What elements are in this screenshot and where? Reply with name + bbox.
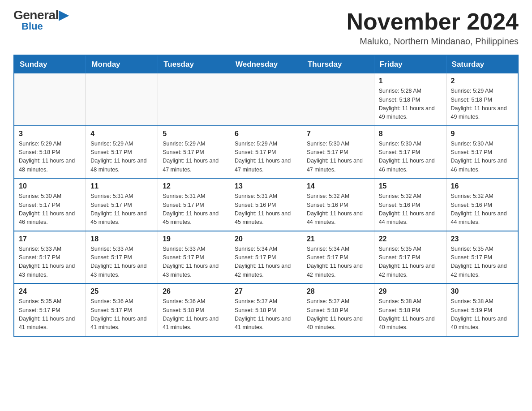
calendar-cell: 15Sunrise: 5:32 AMSunset: 5:16 PMDayligh… — [374, 178, 446, 231]
calendar-cell: 8Sunrise: 5:30 AMSunset: 5:17 PMDaylight… — [374, 126, 446, 179]
day-info: Sunrise: 5:35 AMSunset: 5:17 PMDaylight:… — [451, 245, 513, 280]
day-number: 22 — [379, 235, 442, 243]
day-info: Sunrise: 5:33 AMSunset: 5:17 PMDaylight:… — [90, 245, 153, 280]
calendar-cell: 2Sunrise: 5:29 AMSunset: 5:18 PMDaylight… — [446, 73, 518, 126]
calendar-cell: 3Sunrise: 5:29 AMSunset: 5:18 PMDaylight… — [14, 126, 86, 179]
day-number: 21 — [307, 235, 369, 243]
calendar-cell: 21Sunrise: 5:34 AMSunset: 5:17 PMDayligh… — [302, 231, 374, 284]
day-number: 23 — [451, 235, 513, 243]
day-info: Sunrise: 5:37 AMSunset: 5:18 PMDaylight:… — [307, 297, 369, 332]
day-number: 4 — [90, 130, 153, 138]
header-tuesday: Tuesday — [158, 55, 230, 73]
calendar-cell: 29Sunrise: 5:38 AMSunset: 5:18 PMDayligh… — [374, 283, 446, 336]
day-number: 6 — [235, 130, 297, 138]
day-number: 8 — [379, 130, 442, 138]
day-info: Sunrise: 5:28 AMSunset: 5:18 PMDaylight:… — [379, 87, 442, 122]
header-sunday: Sunday — [14, 55, 86, 73]
calendar-cell: 24Sunrise: 5:35 AMSunset: 5:17 PMDayligh… — [14, 283, 86, 336]
logo-general-text: General▶ — [13, 9, 68, 21]
calendar-cell — [86, 73, 158, 126]
day-number: 28 — [307, 287, 369, 295]
day-number: 11 — [90, 182, 153, 190]
calendar-cell: 10Sunrise: 5:30 AMSunset: 5:17 PMDayligh… — [14, 178, 86, 231]
day-info: Sunrise: 5:30 AMSunset: 5:17 PMDaylight:… — [307, 140, 369, 175]
calendar-week-2: 3Sunrise: 5:29 AMSunset: 5:18 PMDaylight… — [14, 126, 518, 179]
calendar-cell: 19Sunrise: 5:33 AMSunset: 5:17 PMDayligh… — [158, 231, 230, 284]
calendar-cell: 5Sunrise: 5:29 AMSunset: 5:17 PMDaylight… — [158, 126, 230, 179]
day-number: 18 — [90, 235, 153, 243]
day-info: Sunrise: 5:29 AMSunset: 5:17 PMDaylight:… — [163, 140, 225, 175]
day-info: Sunrise: 5:31 AMSunset: 5:17 PMDaylight:… — [163, 192, 225, 227]
calendar-cell: 17Sunrise: 5:33 AMSunset: 5:17 PMDayligh… — [14, 231, 86, 284]
day-info: Sunrise: 5:34 AMSunset: 5:17 PMDaylight:… — [307, 245, 369, 280]
day-info: Sunrise: 5:29 AMSunset: 5:18 PMDaylight:… — [19, 140, 81, 175]
page-header: General▶ Blue November 2024 Maluko, Nort… — [13, 9, 519, 47]
calendar-cell: 11Sunrise: 5:31 AMSunset: 5:17 PMDayligh… — [86, 178, 158, 231]
day-info: Sunrise: 5:34 AMSunset: 5:17 PMDaylight:… — [235, 245, 297, 280]
calendar-cell: 9Sunrise: 5:30 AMSunset: 5:17 PMDaylight… — [446, 126, 518, 179]
day-number: 13 — [235, 182, 297, 190]
day-number: 2 — [451, 77, 513, 85]
calendar-cell: 20Sunrise: 5:34 AMSunset: 5:17 PMDayligh… — [230, 231, 302, 284]
day-info: Sunrise: 5:32 AMSunset: 5:16 PMDaylight:… — [451, 192, 513, 227]
day-info: Sunrise: 5:38 AMSunset: 5:18 PMDaylight:… — [379, 297, 442, 332]
calendar-location: Maluko, Northern Mindanao, Philippines — [347, 36, 519, 47]
day-number: 14 — [307, 182, 369, 190]
day-number: 17 — [19, 235, 81, 243]
day-number: 10 — [19, 182, 81, 190]
day-number: 7 — [307, 130, 369, 138]
header-monday: Monday — [86, 55, 158, 73]
calendar-week-1: 1Sunrise: 5:28 AMSunset: 5:18 PMDaylight… — [14, 73, 518, 126]
calendar-cell: 26Sunrise: 5:36 AMSunset: 5:18 PMDayligh… — [158, 283, 230, 336]
day-info: Sunrise: 5:32 AMSunset: 5:16 PMDaylight:… — [307, 192, 369, 227]
day-number: 9 — [451, 130, 513, 138]
day-info: Sunrise: 5:33 AMSunset: 5:17 PMDaylight:… — [19, 245, 81, 280]
day-number: 1 — [379, 77, 442, 85]
calendar-cell: 7Sunrise: 5:30 AMSunset: 5:17 PMDaylight… — [302, 126, 374, 179]
day-info: Sunrise: 5:29 AMSunset: 5:17 PMDaylight:… — [90, 140, 153, 175]
calendar-header-row: SundayMondayTuesdayWednesdayThursdayFrid… — [14, 55, 518, 73]
calendar-cell: 25Sunrise: 5:36 AMSunset: 5:17 PMDayligh… — [86, 283, 158, 336]
calendar-title: November 2024 — [347, 9, 519, 34]
calendar-cell: 27Sunrise: 5:37 AMSunset: 5:18 PMDayligh… — [230, 283, 302, 336]
calendar-cell: 12Sunrise: 5:31 AMSunset: 5:17 PMDayligh… — [158, 178, 230, 231]
calendar-week-3: 10Sunrise: 5:30 AMSunset: 5:17 PMDayligh… — [14, 178, 518, 231]
day-info: Sunrise: 5:29 AMSunset: 5:18 PMDaylight:… — [451, 87, 513, 122]
calendar-cell: 18Sunrise: 5:33 AMSunset: 5:17 PMDayligh… — [86, 231, 158, 284]
day-info: Sunrise: 5:30 AMSunset: 5:17 PMDaylight:… — [19, 192, 81, 227]
day-number: 12 — [163, 182, 225, 190]
day-info: Sunrise: 5:36 AMSunset: 5:17 PMDaylight:… — [90, 297, 153, 332]
day-info: Sunrise: 5:33 AMSunset: 5:17 PMDaylight:… — [163, 245, 225, 280]
calendar-cell: 13Sunrise: 5:31 AMSunset: 5:16 PMDayligh… — [230, 178, 302, 231]
day-number: 16 — [451, 182, 513, 190]
calendar-cell — [14, 73, 86, 126]
calendar-cell: 1Sunrise: 5:28 AMSunset: 5:18 PMDaylight… — [374, 73, 446, 126]
day-number: 24 — [19, 287, 81, 295]
day-info: Sunrise: 5:38 AMSunset: 5:19 PMDaylight:… — [451, 297, 513, 332]
day-number: 3 — [19, 130, 81, 138]
calendar-cell — [158, 73, 230, 126]
calendar-cell — [230, 73, 302, 126]
day-number: 15 — [379, 182, 442, 190]
day-info: Sunrise: 5:37 AMSunset: 5:18 PMDaylight:… — [235, 297, 297, 332]
calendar-cell: 30Sunrise: 5:38 AMSunset: 5:19 PMDayligh… — [446, 283, 518, 336]
day-number: 30 — [451, 287, 513, 295]
day-number: 26 — [163, 287, 225, 295]
calendar-week-5: 24Sunrise: 5:35 AMSunset: 5:17 PMDayligh… — [14, 283, 518, 336]
calendar-cell — [302, 73, 374, 126]
day-info: Sunrise: 5:29 AMSunset: 5:17 PMDaylight:… — [235, 140, 297, 175]
header-friday: Friday — [374, 55, 446, 73]
day-info: Sunrise: 5:35 AMSunset: 5:17 PMDaylight:… — [19, 297, 81, 332]
day-info: Sunrise: 5:30 AMSunset: 5:17 PMDaylight:… — [379, 140, 442, 175]
calendar-week-4: 17Sunrise: 5:33 AMSunset: 5:17 PMDayligh… — [14, 231, 518, 284]
calendar-cell: 4Sunrise: 5:29 AMSunset: 5:17 PMDaylight… — [86, 126, 158, 179]
calendar-cell: 6Sunrise: 5:29 AMSunset: 5:17 PMDaylight… — [230, 126, 302, 179]
day-number: 29 — [379, 287, 442, 295]
calendar-table: SundayMondayTuesdayWednesdayThursdayFrid… — [13, 55, 519, 337]
day-number: 20 — [235, 235, 297, 243]
header-thursday: Thursday — [302, 55, 374, 73]
day-info: Sunrise: 5:30 AMSunset: 5:17 PMDaylight:… — [451, 140, 513, 175]
header-saturday: Saturday — [446, 55, 518, 73]
calendar-cell: 28Sunrise: 5:37 AMSunset: 5:18 PMDayligh… — [302, 283, 374, 336]
logo: General▶ Blue — [13, 9, 68, 32]
